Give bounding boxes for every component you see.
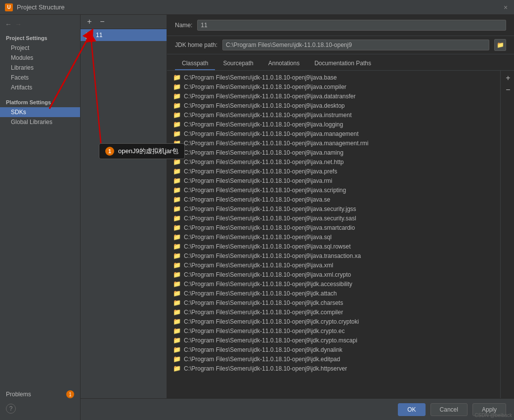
ok-button[interactable]: OK <box>398 403 425 416</box>
classpath-folder-icon: 📁 <box>173 205 181 212</box>
jdk-home-input[interactable] <box>222 40 489 50</box>
classpath-list-item[interactable]: 📁C:\Program Files\Semeru\jdk-11.0.18.10-… <box>167 298 500 307</box>
classpath-list-item[interactable]: 📁C:\Program Files\Semeru\jdk-11.0.18.10-… <box>167 326 500 336</box>
classpath-folder-icon: 📁 <box>173 224 181 231</box>
content-area: + − 📁 11 Name: JDK home path: <box>81 15 514 420</box>
watermark: CSDN @beiback <box>474 413 512 418</box>
sidebar-item-artifacts[interactable]: Artifacts <box>0 83 80 92</box>
classpath-list-item[interactable]: 📁C:\Program Files\Semeru\jdk-11.0.18.10-… <box>167 242 500 251</box>
classpath-list-item[interactable]: 📁C:\Program Files\Semeru\jdk-11.0.18.10-… <box>167 110 500 120</box>
classpath-list-item[interactable]: 📁C:\Program Files\Semeru\jdk-11.0.18.10-… <box>167 185 500 195</box>
classpath-list-item[interactable]: 📁C:\Program Files\Semeru\jdk-11.0.18.10-… <box>167 213 500 223</box>
classpath-list-item[interactable]: 📁C:\Program Files\Semeru\jdk-11.0.18.10-… <box>167 289 500 298</box>
nav-back-forward: ← → <box>0 17 80 31</box>
help-button[interactable]: ? <box>6 404 16 414</box>
forward-icon[interactable]: → <box>15 20 22 28</box>
tab-documentation-paths[interactable]: Documentation Paths <box>307 57 378 70</box>
classpath-folder-icon: 📁 <box>173 92 181 100</box>
classpath-folder-icon: 📁 <box>173 336 181 344</box>
classpath-list-item[interactable]: 📁C:\Program Files\Semeru\jdk-11.0.18.10-… <box>167 91 500 101</box>
sidebar-item-project[interactable]: Project <box>0 43 80 53</box>
classpath-list-item[interactable]: 📁C:\Program Files\Semeru\jdk-11.0.18.10-… <box>167 82 500 91</box>
sidebar-item-modules[interactable]: Modules <box>0 53 80 63</box>
classpath-list-item[interactable]: 📁C:\Program Files\Semeru\jdk-11.0.18.10-… <box>167 251 500 260</box>
tab-classpath[interactable]: Classpath <box>175 57 215 70</box>
remove-path-button[interactable]: − <box>503 84 514 95</box>
classpath-list-item[interactable]: 📁C:\Program Files\Semeru\jdk-11.0.18.10-… <box>167 336 500 345</box>
classpath-list-item[interactable]: 📁C:\Program Files\Semeru\jdk-11.0.18.10-… <box>167 148 500 157</box>
classpath-list-item[interactable]: 📁C:\Program Files\Semeru\jdk-11.0.18.10-… <box>167 204 500 213</box>
classpath-list-item[interactable]: 📁C:\Program Files\Semeru\jdk-11.0.18.10-… <box>167 157 500 167</box>
add-path-button[interactable]: + <box>503 73 514 84</box>
classpath-list-item[interactable]: 📁C:\Program Files\Semeru\jdk-11.0.18.10-… <box>167 232 500 242</box>
tab-annotations[interactable]: Annotations <box>261 57 306 70</box>
window-title: Project Structure <box>17 3 65 11</box>
classpath-folder-icon: 📁 <box>173 346 181 353</box>
detail-header: Name: <box>167 15 514 36</box>
classpath-list-item[interactable]: 📁C:\Program Files\Semeru\jdk-11.0.18.10-… <box>167 354 500 364</box>
classpath-folder-icon: 📁 <box>173 214 181 222</box>
classpath-folder-icon: 📁 <box>173 149 181 156</box>
classpath-folder-icon: 📁 <box>173 327 181 335</box>
classpath-folder-icon: 📁 <box>173 261 181 269</box>
problems-item[interactable]: Problems 1 <box>0 389 80 400</box>
side-toolbar: + − <box>500 71 514 398</box>
classpath-list-item[interactable]: 📁C:\Program Files\Semeru\jdk-11.0.18.10-… <box>167 317 500 326</box>
classpath-folder-icon: 📁 <box>173 355 181 363</box>
bottom-bar: OK Cancel Apply <box>81 398 514 420</box>
classpath-folder-icon: 📁 <box>173 130 181 137</box>
sidebar-item-global-libraries[interactable]: Global Libraries <box>0 117 80 127</box>
browse-folder-button[interactable]: 📁 <box>494 39 506 51</box>
classpath-list-item[interactable]: 📁C:\Program Files\Semeru\jdk-11.0.18.10-… <box>167 73 500 82</box>
classpath-list-item[interactable]: 📁C:\Program Files\Semeru\jdk-11.0.18.10-… <box>167 138 500 148</box>
classpath-folder-icon: 📁 <box>173 102 181 109</box>
classpath-list-item[interactable]: 📁C:\Program Files\Semeru\jdk-11.0.18.10-… <box>167 223 500 232</box>
platform-settings-header: Platform Settings <box>0 95 80 107</box>
sidebar-item-sdks[interactable]: SDKs <box>0 107 80 117</box>
back-icon[interactable]: ← <box>5 20 12 28</box>
classpath-folder-icon: 📁 <box>173 196 181 203</box>
classpath-folder-icon: 📁 <box>173 121 181 128</box>
jdk-home-label: JDK home path: <box>175 42 217 48</box>
name-input[interactable] <box>197 20 506 31</box>
classpath-folder-icon: 📁 <box>173 365 181 372</box>
classpath-folder-icon: 📁 <box>173 186 181 194</box>
classpath-list-item[interactable]: 📁C:\Program Files\Semeru\jdk-11.0.18.10-… <box>167 345 500 354</box>
classpath-list-item[interactable]: 📁C:\Program Files\Semeru\jdk-11.0.18.10-… <box>167 270 500 279</box>
sdk-item-11[interactable]: 📁 11 <box>81 29 167 41</box>
classpath-folder-icon: 📁 <box>173 299 181 306</box>
classpath-panel: 📁C:\Program Files\Semeru\jdk-11.0.18.10-… <box>167 71 514 398</box>
classpath-folder-icon: 📁 <box>173 233 181 241</box>
classpath-list-item[interactable]: 📁C:\Program Files\Semeru\jdk-11.0.18.10-… <box>167 101 500 110</box>
classpath-list-item[interactable]: 📁C:\Program Files\Semeru\jdk-11.0.18.10-… <box>167 167 500 176</box>
classpath-list-item[interactable]: 📁C:\Program Files\Semeru\jdk-11.0.18.10-… <box>167 364 500 373</box>
classpath-folder-icon: 📁 <box>173 308 181 316</box>
folder-open-icon: 📁 <box>497 42 504 48</box>
classpath-list-item[interactable]: 📁C:\Program Files\Semeru\jdk-11.0.18.10-… <box>167 120 500 129</box>
classpath-folder-icon: 📁 <box>173 318 181 325</box>
classpath-list-item[interactable]: 📁C:\Program Files\Semeru\jdk-11.0.18.10-… <box>167 195 500 204</box>
add-sdk-button[interactable]: + <box>85 17 94 27</box>
title-bar: U Project Structure × <box>0 0 514 15</box>
problems-badge: 1 <box>66 390 74 398</box>
classpath-list-item[interactable]: 📁C:\Program Files\Semeru\jdk-11.0.18.10-… <box>167 129 500 138</box>
cancel-button[interactable]: Cancel <box>430 403 468 416</box>
classpath-list-item[interactable]: 📁C:\Program Files\Semeru\jdk-11.0.18.10-… <box>167 307 500 317</box>
classpath-list[interactable]: 📁C:\Program Files\Semeru\jdk-11.0.18.10-… <box>167 71 500 398</box>
problems-label: Problems <box>6 391 31 398</box>
project-settings-header: Project Settings <box>0 31 80 43</box>
tab-sourcepath[interactable]: Sourcepath <box>216 57 260 70</box>
classpath-folder-icon: 📁 <box>173 74 181 81</box>
sidebar: ← → Project Settings Project Modules Lib… <box>0 15 81 420</box>
remove-sdk-button[interactable]: − <box>97 17 107 27</box>
sdk-list-toolbar: + − <box>81 15 167 29</box>
classpath-list-item[interactable]: 📁C:\Program Files\Semeru\jdk-11.0.18.10-… <box>167 260 500 270</box>
sidebar-item-libraries[interactable]: Libraries <box>0 63 80 73</box>
classpath-list-item[interactable]: 📁C:\Program Files\Semeru\jdk-11.0.18.10-… <box>167 279 500 289</box>
close-button[interactable]: × <box>502 4 509 11</box>
classpath-list-item[interactable]: 📁C:\Program Files\Semeru\jdk-11.0.18.10-… <box>167 176 500 185</box>
sidebar-item-facets[interactable]: Facets <box>0 73 80 83</box>
sdk-list-panel: + − 📁 11 <box>81 15 167 398</box>
classpath-folder-icon: 📁 <box>173 290 181 297</box>
tabs-row: Classpath Sourcepath Annotations Documen… <box>167 54 514 71</box>
